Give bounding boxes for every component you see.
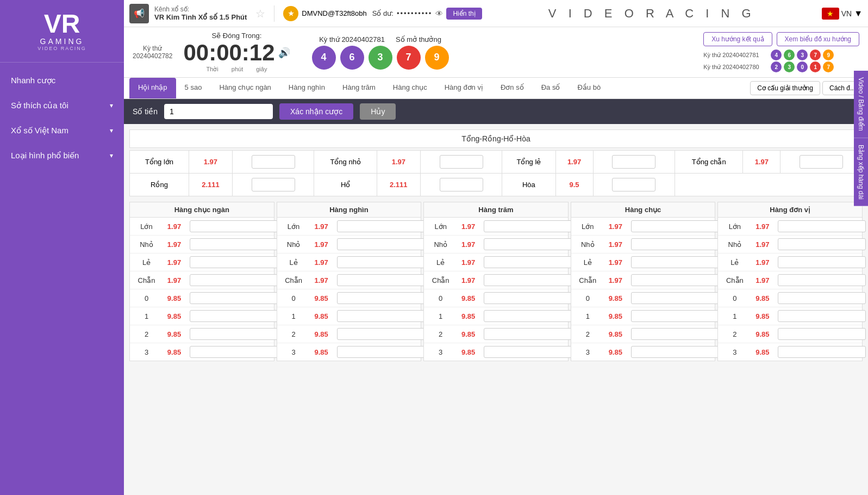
bet-tab-hàng-đơn-vị[interactable]: Hàng đơn vị bbox=[436, 78, 492, 98]
sidebar-item-nhanh-cuoc[interactable]: Nhanh cược bbox=[0, 68, 124, 93]
list-item: Lớn1.97 bbox=[571, 218, 715, 236]
hang-row-odds: 9.85 bbox=[750, 312, 775, 320]
main-content: 📢 Kênh xổ số: VR Kim Tinh Xổ số 1.5 Phút… bbox=[124, 0, 868, 495]
hang-row-odds: 1.97 bbox=[603, 222, 628, 231]
hang-row-input[interactable] bbox=[778, 292, 866, 304]
hang-row-input[interactable] bbox=[190, 328, 278, 340]
list-item: Lớn1.97 bbox=[718, 218, 862, 236]
hang-row-input[interactable] bbox=[337, 256, 425, 268]
hang-row-odds: 1.97 bbox=[456, 276, 480, 284]
video-tab[interactable]: Video / Bảng điểm bbox=[854, 71, 868, 138]
sidebar-nav: Nhanh cược Sở thích của tôi ▾ Xổ số Việt… bbox=[0, 63, 124, 174]
hang-row-input[interactable] bbox=[190, 220, 278, 232]
result-block: Kỳ thứ 20240402781 Số mở thưởng 46379 bbox=[312, 35, 449, 70]
eye-icon[interactable]: 👁 bbox=[435, 9, 443, 18]
tong-nho-input[interactable] bbox=[440, 155, 483, 169]
hang-row-input[interactable] bbox=[631, 256, 719, 268]
list-item: 09.85 bbox=[277, 289, 421, 307]
hang-row-input[interactable] bbox=[778, 346, 866, 358]
hang-row-input[interactable] bbox=[778, 256, 866, 268]
hang-row-input[interactable] bbox=[484, 274, 572, 286]
hang-row-input[interactable] bbox=[337, 274, 425, 286]
hang-row-input[interactable] bbox=[778, 328, 866, 340]
hang-row-label: 3 bbox=[722, 348, 747, 356]
bet-tab-đơn-số[interactable]: Đơn số bbox=[492, 78, 533, 98]
sidebar-item-xo-so[interactable]: Xổ số Việt Nam ▾ bbox=[0, 118, 124, 143]
bang-xep-tab[interactable]: Bảng xếp hàng dài bbox=[854, 138, 868, 207]
divider bbox=[274, 5, 274, 22]
hang-row-input[interactable] bbox=[190, 310, 278, 322]
sidebar-item-so-thich[interactable]: Sở thích của tôi ▾ bbox=[0, 93, 124, 118]
bet-tab-hàng-nghìn[interactable]: Hàng nghìn bbox=[280, 78, 334, 98]
hang-row-input[interactable] bbox=[190, 256, 278, 268]
hang-row-input[interactable] bbox=[631, 220, 719, 232]
hang-row-input[interactable] bbox=[631, 238, 719, 250]
timer-phut: phút bbox=[232, 66, 243, 73]
bet-tab-5-sao[interactable]: 5 sao bbox=[176, 78, 211, 98]
sidebar-item-loai-hinh[interactable]: Loại hình phổ biến ▾ bbox=[0, 143, 124, 168]
hang-row-input[interactable] bbox=[337, 328, 425, 340]
confirm-bet-button[interactable]: Xác nhận cược bbox=[279, 103, 353, 120]
hang-row-input[interactable] bbox=[484, 292, 572, 304]
hang-row-input[interactable] bbox=[337, 346, 425, 358]
hang-row-input[interactable] bbox=[484, 220, 572, 232]
trend-row: Kỳ thứ 2024040278023017 bbox=[703, 61, 859, 72]
hang-row-input[interactable] bbox=[337, 220, 425, 232]
hang-row-odds: 9.85 bbox=[309, 294, 334, 302]
co-cau-button[interactable]: Cơ cấu giải thưởng bbox=[750, 81, 820, 95]
hang-row-input[interactable] bbox=[484, 256, 572, 268]
hang-row-input[interactable] bbox=[778, 238, 866, 250]
hang-row-input[interactable] bbox=[190, 346, 278, 358]
hang-row-input[interactable] bbox=[337, 238, 425, 250]
hang-row-input[interactable] bbox=[337, 310, 425, 322]
hang-row-input[interactable] bbox=[484, 238, 572, 250]
hang-row-input[interactable] bbox=[778, 274, 866, 286]
hang-row-input[interactable] bbox=[631, 328, 719, 340]
language-selector[interactable]: ★ VN ▼ bbox=[822, 8, 863, 20]
hang-row-label: 1 bbox=[428, 312, 453, 320]
list-item: 29.85 bbox=[718, 325, 862, 343]
hang-row-input[interactable] bbox=[778, 310, 866, 322]
hang-row-label: Chẵn bbox=[576, 276, 600, 284]
tong-lon-input[interactable] bbox=[252, 155, 295, 169]
hang-header: Hàng đơn vị bbox=[718, 202, 862, 218]
bet-tab-đầu-bò[interactable]: Đầu bò bbox=[569, 78, 609, 98]
sound-icon[interactable]: 🔊 bbox=[278, 47, 290, 59]
user-info: ★ DMVND@T32ft8obh bbox=[283, 6, 366, 21]
hoa-input[interactable] bbox=[612, 178, 655, 191]
hang-row-odds: 1.97 bbox=[603, 240, 628, 249]
hang-row-input[interactable] bbox=[190, 292, 278, 304]
bet-tab-hàng-chục[interactable]: Hàng chục bbox=[384, 78, 436, 98]
list-item: 19.85 bbox=[277, 307, 421, 325]
hang-row-input[interactable] bbox=[484, 346, 572, 358]
hang-row-input[interactable] bbox=[631, 292, 719, 304]
xu-huong-button[interactable]: Xu hướng kết quả bbox=[703, 32, 772, 46]
rong-input[interactable] bbox=[252, 178, 295, 191]
tong-le-input[interactable] bbox=[612, 155, 655, 169]
bet-tab-hội-nhập[interactable]: Hội nhập bbox=[129, 78, 176, 98]
favorite-star-icon[interactable]: ☆ bbox=[255, 7, 265, 20]
show-balance-button[interactable]: Hiển thị bbox=[446, 8, 482, 20]
cancel-bet-button[interactable]: Hủy bbox=[360, 103, 396, 120]
so-mo-thuong-label: Số mở thưởng bbox=[396, 35, 441, 44]
hang-row-input[interactable] bbox=[484, 310, 572, 322]
hang-row-input[interactable] bbox=[631, 274, 719, 286]
tong-chan-input[interactable] bbox=[800, 155, 843, 169]
hang-row-input[interactable] bbox=[778, 220, 866, 232]
bet-tab-hàng-chục-ngàn[interactable]: Hàng chục ngàn bbox=[210, 78, 279, 98]
hang-row-input[interactable] bbox=[190, 238, 278, 250]
hang-section: Hàng nghìnLớn1.97Nhỏ1.97Lẻ1.97Chẵn1.9709… bbox=[277, 202, 422, 361]
bieu-do-button[interactable]: Xem biểu đồ xu hướng bbox=[777, 32, 859, 46]
bet-amount-input[interactable] bbox=[164, 104, 273, 119]
hang-row-input[interactable] bbox=[190, 274, 278, 286]
bet-tab-hàng-trăm[interactable]: Hàng trăm bbox=[334, 78, 384, 98]
bet-tab-đa-số[interactable]: Đa số bbox=[533, 78, 569, 98]
hang-row-input[interactable] bbox=[337, 292, 425, 304]
hang-row-input[interactable] bbox=[631, 346, 719, 358]
hang-section: Hàng trămLớn1.97Nhỏ1.97Lẻ1.97Chẵn1.9709.… bbox=[423, 202, 569, 361]
hang-row-label: Lẻ bbox=[428, 258, 453, 267]
ho-input[interactable] bbox=[440, 178, 483, 191]
hang-row-input[interactable] bbox=[631, 310, 719, 322]
hang-row-odds: 1.97 bbox=[162, 258, 186, 267]
hang-row-input[interactable] bbox=[484, 328, 572, 340]
